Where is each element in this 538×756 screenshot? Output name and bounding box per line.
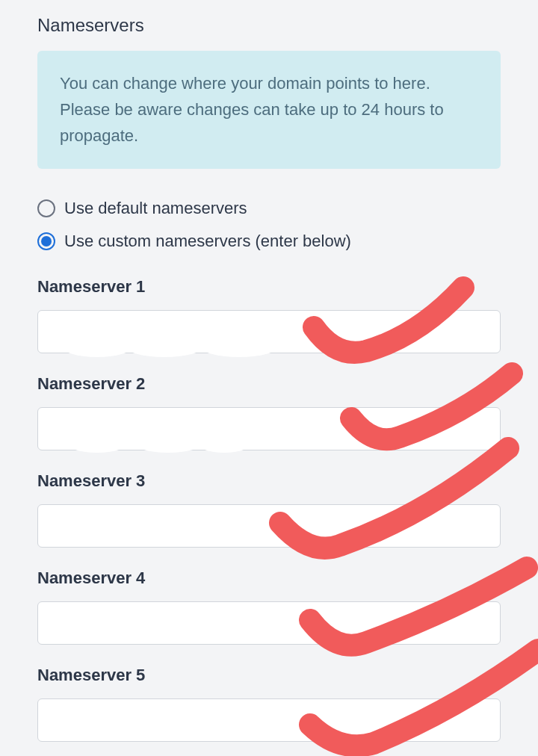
nameserver-1-group: Nameserver 1 [37,277,501,353]
nameserver-1-input[interactable] [37,310,501,353]
info-text: You can change where your domain points … [60,70,478,149]
nameserver-2-label: Nameserver 2 [37,374,501,394]
nameserver-1-label: Nameserver 1 [37,277,501,297]
nameserver-4-group: Nameserver 4 [37,568,501,645]
nameserver-4-input[interactable] [37,601,501,645]
radio-icon [37,199,55,217]
nameserver-5-input[interactable] [37,698,501,742]
section-title: Nameservers [37,15,501,36]
nameserver-mode-radio-group: Use default nameservers Use custom names… [37,199,501,251]
nameserver-5-group: Nameserver 5 [37,666,501,742]
radio-default-nameservers[interactable]: Use default nameservers [37,199,501,218]
nameserver-5-label: Nameserver 5 [37,666,501,685]
info-box: You can change where your domain points … [37,51,501,169]
radio-custom-label: Use custom nameservers (enter below) [64,232,351,251]
nameserver-2-group: Nameserver 2 [37,374,501,450]
nameserver-3-group: Nameserver 3 [37,471,501,548]
radio-default-label: Use default nameservers [64,199,247,218]
nameserver-4-label: Nameserver 4 [37,568,501,588]
nameserver-3-label: Nameserver 3 [37,471,501,491]
nameserver-2-input[interactable] [37,407,501,450]
nameserver-3-input[interactable] [37,504,501,548]
radio-custom-nameservers[interactable]: Use custom nameservers (enter below) [37,232,501,251]
radio-icon [37,232,55,250]
